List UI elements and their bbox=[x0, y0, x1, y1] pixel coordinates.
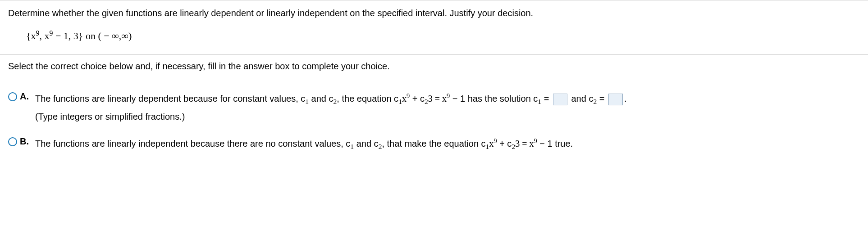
choice-b-row: B. The functions are linearly independen… bbox=[8, 135, 860, 152]
choice-b-body: The functions are linearly independent b… bbox=[35, 135, 860, 152]
question-section: Determine whether the given functions ar… bbox=[0, 0, 868, 54]
brace-close: } bbox=[78, 30, 83, 41]
b-minus1: − 1 true. bbox=[537, 139, 573, 148]
comma1: , bbox=[39, 30, 44, 41]
a-sub5: 1 bbox=[538, 98, 541, 105]
b-mid2: , that make the equation c bbox=[382, 139, 485, 148]
a-mid2: , the equation c bbox=[337, 94, 398, 104]
c1-input[interactable] bbox=[553, 94, 567, 105]
b-pre: The functions are linearly independent b… bbox=[35, 139, 350, 148]
a-three: 3 = x bbox=[428, 94, 447, 104]
a-plus: + c bbox=[410, 94, 425, 104]
a-mid1: and c bbox=[309, 94, 333, 104]
choice-a-label: A. bbox=[20, 91, 31, 102]
instruction-text: Select the correct choice below and, if … bbox=[0, 54, 868, 80]
interval: on ( − ∞,∞) bbox=[83, 30, 132, 41]
a-x1: x bbox=[402, 94, 407, 104]
f2-rest: − 1, 3 bbox=[53, 30, 78, 41]
a-pre: The functions are linearly dependent bec… bbox=[35, 94, 305, 104]
c2-input[interactable] bbox=[608, 94, 623, 105]
b-mid1: and c bbox=[354, 139, 378, 148]
b-three: 3 = x bbox=[515, 139, 534, 148]
a-andc2: and c bbox=[569, 94, 593, 104]
b-sub1: 1 bbox=[350, 143, 354, 150]
b-plus: + c bbox=[497, 139, 512, 148]
a-period: . bbox=[624, 94, 627, 104]
a-sub1: 1 bbox=[305, 98, 309, 105]
choice-b-label: B. bbox=[20, 136, 31, 147]
a-sub3: 1 bbox=[398, 98, 402, 105]
choice-b-radio[interactable] bbox=[8, 137, 17, 146]
a-minus1: − 1 has the solution c bbox=[450, 94, 538, 104]
f1-base: x bbox=[31, 30, 36, 41]
choice-a-body: The functions are linearly dependent bec… bbox=[35, 90, 860, 125]
choice-a-hint: (Type integers or simplified fractions.) bbox=[35, 108, 860, 125]
b-exp1: 9 bbox=[493, 137, 497, 144]
question-math: {x9, x9 − 1, 3} on ( − ∞,∞) bbox=[26, 30, 860, 42]
choices-list: A. The functions are linearly dependent … bbox=[0, 80, 868, 152]
a-sub4: 2 bbox=[425, 98, 428, 105]
f2-base: x bbox=[44, 30, 49, 41]
a-eq2: = bbox=[597, 94, 607, 104]
b-sub4: 2 bbox=[512, 143, 515, 150]
choice-a-row: A. The functions are linearly dependent … bbox=[8, 90, 860, 125]
question-text: Determine whether the given functions ar… bbox=[8, 7, 860, 19]
a-eq1: = bbox=[541, 94, 552, 104]
b-exp2: 9 bbox=[534, 137, 537, 144]
choice-a-radio[interactable] bbox=[8, 92, 17, 101]
b-x1: x bbox=[489, 139, 493, 148]
brace-open: { bbox=[26, 30, 31, 41]
